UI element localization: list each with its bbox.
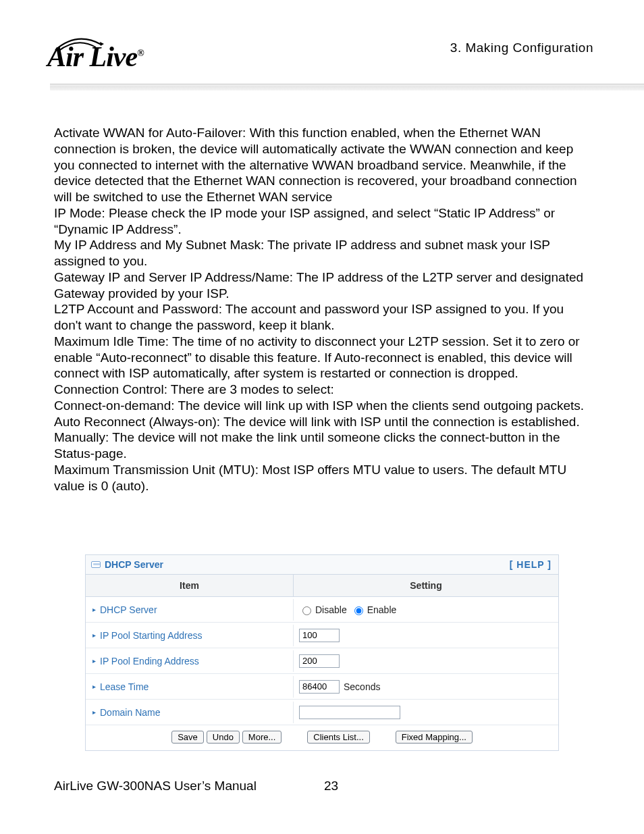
panel-header: DHCP Server [ HELP ]: [86, 555, 558, 575]
row-value: [294, 651, 558, 671]
ip-start-input[interactable]: [299, 629, 340, 642]
radio-enable-label[interactable]: Enable: [351, 604, 397, 615]
caret-icon: ▸: [92, 683, 96, 690]
caret-icon: ▸: [92, 631, 96, 639]
row-label: ▸ DHCP Server: [86, 599, 294, 621]
caret-icon: ▸: [92, 657, 96, 664]
column-setting-header: Setting: [294, 575, 558, 596]
row-lease-time: ▸ Lease Time Seconds: [86, 674, 558, 700]
row-ip-end: ▸ IP Pool Ending Address: [86, 648, 558, 674]
button-bar: Save Undo More... Clients List... Fixed …: [86, 725, 558, 750]
domain-name-input[interactable]: [299, 706, 400, 719]
header-divider: [50, 84, 644, 90]
row-value: [294, 702, 558, 723]
row-domain-name: ▸ Domain Name: [86, 700, 558, 725]
logo-swoosh-icon: [53, 36, 107, 53]
undo-button[interactable]: Undo: [207, 731, 240, 744]
panel-title-wrap: DHCP Server: [91, 559, 163, 570]
caret-icon: ▸: [92, 606, 96, 613]
dhcp-server-panel: DHCP Server [ HELP ] Item Setting ▸ DHCP…: [85, 554, 559, 751]
lease-time-unit: Seconds: [344, 681, 380, 692]
page-header: 3. Making Configuration Air Live®: [0, 0, 644, 91]
radio-disable[interactable]: [302, 606, 311, 615]
row-label: ▸ Domain Name: [86, 702, 294, 723]
row-ip-start: ▸ IP Pool Starting Address: [86, 623, 558, 648]
row-dhcp-server: ▸ DHCP Server Disable Enable: [86, 597, 558, 623]
row-label: ▸ IP Pool Ending Address: [86, 650, 294, 672]
columns-header: Item Setting: [86, 575, 558, 597]
column-item-header: Item: [86, 575, 294, 596]
body-paragraphs: Activate WWAN for Auto-Failover: With th…: [54, 125, 593, 494]
row-value: Disable Enable: [294, 601, 558, 619]
page-number: 23: [324, 779, 338, 793]
row-value: [294, 625, 558, 646]
ip-end-input[interactable]: [299, 654, 340, 668]
row-label: ▸ Lease Time: [86, 676, 294, 698]
more-button[interactable]: More...: [242, 731, 281, 744]
help-link[interactable]: [ HELP ]: [510, 559, 552, 570]
row-label: ▸ IP Pool Starting Address: [86, 625, 294, 646]
brand-logo: Air Live®: [47, 41, 144, 73]
manual-title: AirLive GW-300NAS User’s Manual: [54, 779, 257, 793]
row-value: Seconds: [294, 677, 558, 697]
fixed-mapping-button[interactable]: Fixed Mapping...: [396, 731, 473, 744]
radio-enable[interactable]: [354, 606, 363, 615]
panel-title: DHCP Server: [105, 559, 163, 570]
clients-list-button[interactable]: Clients List...: [307, 731, 369, 744]
save-button[interactable]: Save: [171, 731, 204, 744]
radio-disable-label[interactable]: Disable: [299, 604, 347, 615]
lease-time-input[interactable]: [299, 680, 340, 694]
chapter-title: 3. Making Configuration: [450, 41, 593, 55]
page-footer: AirLive GW-300NAS User’s Manual 23: [54, 779, 338, 793]
panel-icon: [91, 561, 101, 568]
caret-icon: ▸: [92, 708, 96, 716]
